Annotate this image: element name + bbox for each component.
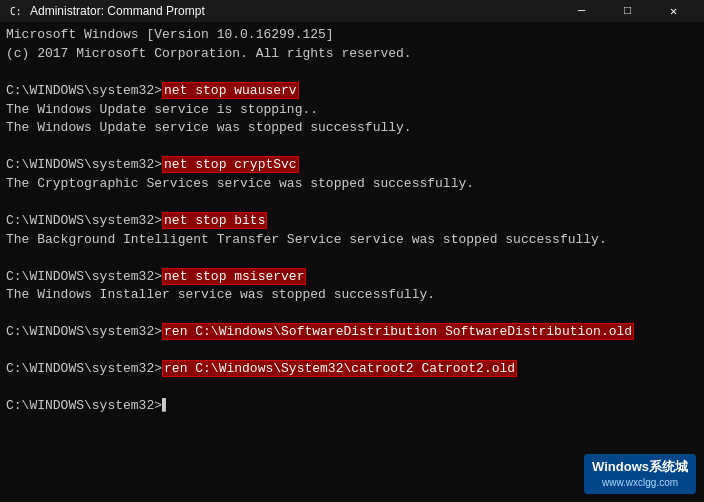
- line-4: The Windows Update service was stopped s…: [6, 119, 698, 138]
- cmd-highlight: net stop wuauserv: [162, 82, 299, 99]
- spacer-1: [6, 64, 698, 82]
- line-prompt-5: C:\WINDOWS\system32>ren C:\Windows\Softw…: [6, 323, 698, 342]
- line-prompt-3: C:\WINDOWS\system32>net stop bits: [6, 212, 698, 231]
- line-1: Microsoft Windows [Version 10.0.16299.12…: [6, 26, 698, 45]
- cmd-highlight: net stop cryptSvc: [162, 156, 299, 173]
- watermark-title: Windows系统城: [592, 458, 688, 476]
- spacer-7: [6, 379, 698, 397]
- prompt-text: C:\WINDOWS\system32>: [6, 269, 162, 284]
- title-bar-text: Administrator: Command Prompt: [30, 4, 553, 18]
- line-text: The Background Intelligent Transfer Serv…: [6, 232, 607, 247]
- prompt-text: C:\WINDOWS\system32>: [6, 157, 162, 172]
- spacer-6: [6, 342, 698, 360]
- close-button[interactable]: ✕: [651, 0, 696, 22]
- line-7: The Background Intelligent Transfer Serv…: [6, 231, 698, 250]
- line-text: The Windows Update service was stopped s…: [6, 120, 412, 135]
- line-2: (c) 2017 Microsoft Corporation. All righ…: [6, 45, 698, 64]
- line-prompt-6: C:\WINDOWS\system32>ren C:\Windows\Syste…: [6, 360, 698, 379]
- prompt-text: C:\WINDOWS\system32>: [6, 213, 162, 228]
- line-text: The Windows Update service is stopping..: [6, 102, 318, 117]
- cmd-icon: C:: [8, 3, 24, 19]
- cmd-highlight: ren C:\Windows\System32\catroot2 Catroot…: [162, 360, 517, 377]
- cmd-highlight: net stop msiserver: [162, 268, 306, 285]
- console-body: Microsoft Windows [Version 10.0.16299.12…: [0, 22, 704, 502]
- spacer-2: [6, 138, 698, 156]
- line-text: Microsoft Windows [Version 10.0.16299.12…: [6, 27, 334, 42]
- svg-text:C:: C:: [10, 6, 22, 17]
- window: C: Administrator: Command Prompt ─ □ ✕ M…: [0, 0, 704, 502]
- cmd-highlight: ren C:\Windows\SoftwareDistribution Soft…: [162, 323, 634, 340]
- spacer-3: [6, 194, 698, 212]
- line-prompt-2: C:\WINDOWS\system32>net stop cryptSvc: [6, 156, 698, 175]
- prompt-text: C:\WINDOWS\system32>: [6, 361, 162, 376]
- title-bar: C: Administrator: Command Prompt ─ □ ✕: [0, 0, 704, 22]
- line-9: The Windows Installer service was stoppe…: [6, 286, 698, 305]
- spacer-4: [6, 250, 698, 268]
- line-5: The Cryptographic Services service was s…: [6, 175, 698, 194]
- cmd-highlight: net stop bits: [162, 212, 267, 229]
- maximize-button[interactable]: □: [605, 0, 650, 22]
- line-text: The Cryptographic Services service was s…: [6, 176, 474, 191]
- cursor: ▌: [162, 398, 170, 413]
- line-prompt-final: C:\WINDOWS\system32>▌: [6, 397, 698, 416]
- prompt-text: C:\WINDOWS\system32>: [6, 324, 162, 339]
- line-prompt-4: C:\WINDOWS\system32>net stop msiserver: [6, 268, 698, 287]
- line-text: (c) 2017 Microsoft Corporation. All righ…: [6, 46, 412, 61]
- line-3: The Windows Update service is stopping..: [6, 101, 698, 120]
- line-prompt-1: C:\WINDOWS\system32>net stop wuauserv: [6, 82, 698, 101]
- line-text: The Windows Installer service was stoppe…: [6, 287, 435, 302]
- spacer-5: [6, 305, 698, 323]
- title-bar-buttons: ─ □ ✕: [559, 0, 696, 22]
- prompt-text: C:\WINDOWS\system32>: [6, 83, 162, 98]
- watermark-subtitle: www.wxclgg.com: [602, 476, 678, 490]
- minimize-button[interactable]: ─: [559, 0, 604, 22]
- prompt-text: C:\WINDOWS\system32>: [6, 398, 162, 413]
- watermark: Windows系统城 www.wxclgg.com: [584, 454, 696, 494]
